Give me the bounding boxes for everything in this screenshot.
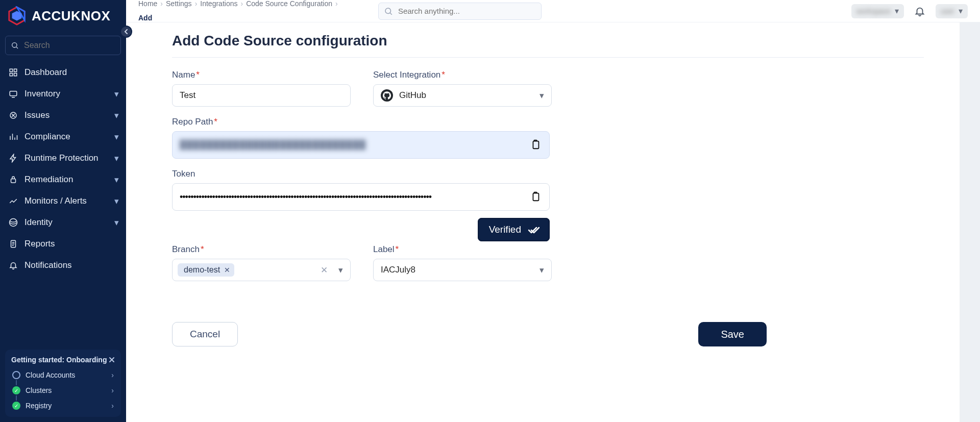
- save-button[interactable]: Save: [698, 322, 767, 346]
- sidebar-search-input[interactable]: [23, 40, 115, 51]
- onboarding-item-label: Cloud Accounts: [26, 371, 75, 379]
- breadcrumb-settings[interactable]: Settings: [166, 0, 192, 8]
- repo-path-value: ████████████████████████████: [180, 140, 366, 150]
- page-title: Add Code Source configuration: [172, 33, 924, 49]
- sidebar-item-label: Notifications: [24, 260, 72, 270]
- chevron-down-icon[interactable]: ▾: [338, 265, 343, 276]
- name-input[interactable]: [172, 84, 351, 107]
- chip-remove-icon[interactable]: ✕: [224, 266, 230, 274]
- sidebar-item-reports[interactable]: Reports: [3, 234, 123, 254]
- svg-rect-6: [14, 69, 17, 71]
- user-name: user: [941, 7, 954, 15]
- main: Home › Settings › Integrations › Code So…: [126, 0, 980, 422]
- svg-rect-25: [533, 141, 538, 149]
- sidebar-item-label: Monitors / Alerts: [24, 196, 87, 206]
- sidebar-item-monitors-alerts[interactable]: Monitors / Alerts ▾: [3, 191, 123, 211]
- sidebar-item-compliance[interactable]: Compliance ▾: [3, 127, 123, 147]
- required-asterisk: *: [196, 70, 200, 80]
- onboarding-item-clusters[interactable]: ✓ Clusters ›: [11, 384, 115, 396]
- breadcrumb-home[interactable]: Home: [138, 0, 157, 8]
- sidebar-item-label: Compliance: [24, 132, 70, 142]
- chevron-down-icon: ▾: [114, 89, 119, 100]
- close-icon[interactable]: [109, 357, 115, 363]
- workspace-selector[interactable]: workspace ▾: [851, 4, 904, 18]
- label-label: Label*: [373, 244, 552, 255]
- content-scroll[interactable]: Add Code Source configuration Name* Sele…: [126, 22, 980, 422]
- repo-path-input[interactable]: ████████████████████████████: [172, 131, 550, 159]
- sidebar-item-runtime-protection[interactable]: Runtime Protection ▾: [3, 148, 123, 168]
- brand: ACCUKNOX: [0, 6, 126, 33]
- monitors-icon: [8, 196, 18, 206]
- inventory-icon: [8, 89, 18, 99]
- label-select[interactable]: IACJuly8 ▾: [373, 259, 552, 281]
- sidebar-item-issues[interactable]: Issues ▾: [3, 105, 123, 126]
- svg-point-3: [12, 43, 17, 47]
- svg-rect-18: [11, 179, 16, 183]
- sidebar-item-remediation[interactable]: Remediation ▾: [3, 169, 123, 190]
- required-asterisk: *: [442, 70, 445, 80]
- sidebar-item-notifications[interactable]: Notifications: [3, 255, 123, 276]
- branch-chip: demo-test ✕: [178, 263, 234, 277]
- sidebar-item-label: Runtime Protection: [24, 153, 99, 163]
- remediation-icon: [8, 175, 18, 185]
- chevron-right-icon: ›: [111, 371, 114, 379]
- sidebar-search[interactable]: [5, 36, 121, 55]
- sidebar-nav: Dashboard Inventory ▾ Issues ▾ Complianc…: [0, 62, 126, 276]
- clipboard-icon[interactable]: [530, 191, 542, 203]
- chevron-right-icon: ›: [111, 402, 114, 410]
- clipboard-icon[interactable]: [530, 139, 542, 151]
- breadcrumb-current: Add: [138, 14, 152, 22]
- sidebar-item-dashboard[interactable]: Dashboard: [3, 62, 123, 83]
- identity-icon: [8, 217, 18, 228]
- chevron-down-icon: ▾: [540, 265, 544, 276]
- token-input[interactable]: ••••••••••••••••••••••••••••••••••••••••…: [172, 183, 550, 211]
- status-check-icon: ✓: [12, 386, 20, 394]
- chevron-down-icon: ▾: [114, 110, 119, 121]
- sidebar-item-label: Remediation: [24, 175, 73, 185]
- clear-all-icon[interactable]: ✕: [321, 265, 328, 276]
- bell-icon[interactable]: [914, 6, 925, 17]
- runtime-icon: [8, 153, 18, 163]
- chevron-right-icon: ›: [335, 0, 338, 8]
- required-asterisk: *: [214, 117, 217, 127]
- breadcrumb-integrations[interactable]: Integrations: [200, 0, 237, 8]
- notifications-icon: [8, 260, 18, 270]
- search-icon: [384, 7, 393, 16]
- cancel-button[interactable]: Cancel: [172, 322, 238, 346]
- chevron-down-icon: ▾: [114, 132, 119, 142]
- label-branch: Branch*: [172, 244, 351, 255]
- global-search[interactable]: [378, 3, 542, 20]
- svg-rect-26: [533, 193, 538, 201]
- svg-line-4: [16, 47, 18, 48]
- sidebar-item-inventory[interactable]: Inventory ▾: [3, 84, 123, 104]
- chevron-down-icon: ▾: [114, 217, 119, 228]
- user-menu[interactable]: user ▾: [936, 4, 968, 18]
- onboarding-item-cloud-accounts[interactable]: Cloud Accounts ›: [11, 369, 115, 381]
- label-name: Name*: [172, 70, 351, 80]
- breadcrumb-code-source-configuration[interactable]: Code Source Configuration: [246, 0, 332, 8]
- workspace-name: workspace: [856, 7, 891, 15]
- brand-name: ACCUKNOX: [32, 8, 110, 24]
- svg-rect-5: [10, 69, 12, 71]
- onboarding-item-registry[interactable]: ✓ Registry ›: [11, 400, 115, 412]
- issues-icon: [8, 110, 18, 120]
- breadcrumb: Home › Settings › Integrations › Code So…: [138, 0, 358, 22]
- sidebar: ACCUKNOX Dashboard Inventory ▾ Iss: [0, 0, 126, 422]
- chevron-right-icon: ›: [160, 0, 163, 8]
- chevron-down-icon: ▾: [114, 153, 119, 164]
- svg-rect-9: [10, 91, 17, 96]
- svg-line-24: [390, 13, 391, 14]
- integration-select[interactable]: GitHub ▾: [373, 84, 552, 107]
- branch-multiselect[interactable]: demo-test ✕ ✕ ▾: [172, 259, 351, 281]
- integration-select-value: GitHub: [399, 90, 426, 101]
- verified-button[interactable]: Verified: [478, 218, 550, 241]
- chevron-down-icon: ▾: [895, 6, 899, 16]
- brand-logo-icon: [7, 6, 27, 26]
- global-search-input[interactable]: [397, 6, 536, 16]
- chevron-right-icon: ›: [111, 386, 114, 394]
- onboarding-item-label: Clusters: [26, 386, 52, 394]
- label-repo-path: Repo Path*: [172, 117, 550, 127]
- chevron-down-icon: ▾: [540, 90, 544, 101]
- svg-rect-8: [14, 73, 17, 76]
- sidebar-item-identity[interactable]: Identity ▾: [3, 212, 123, 233]
